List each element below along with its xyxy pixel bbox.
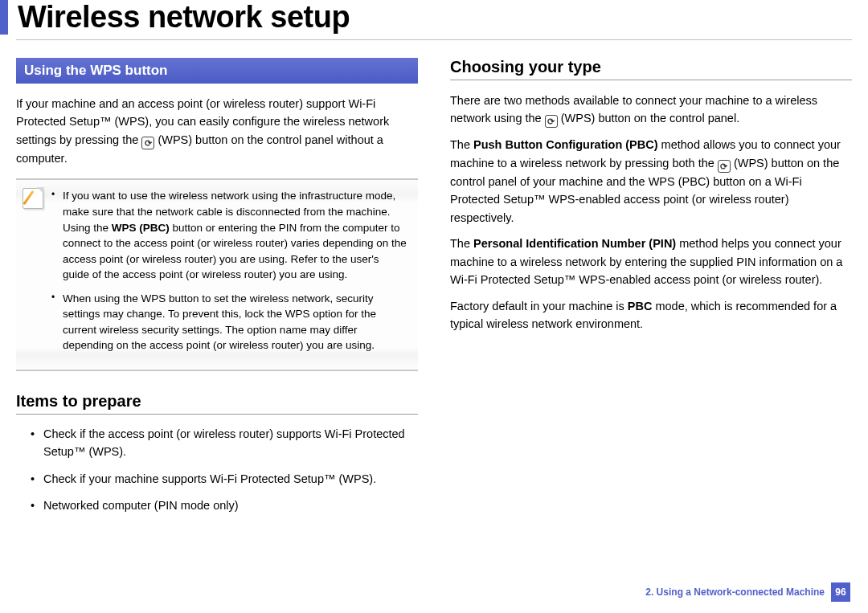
- note-bold: WPS (PBC): [112, 222, 170, 234]
- choosing-p3: The Personal Identification Number (PIN)…: [450, 235, 852, 288]
- section-heading-wps: Using the WPS button: [16, 58, 418, 84]
- list-item: Networked computer (PIN mode only): [31, 497, 418, 515]
- choosing-heading: Choosing your type: [450, 58, 852, 76]
- note-text: When using the WPS button to set the wir…: [63, 292, 376, 352]
- items-list: Check if the access point (or wireless r…: [16, 426, 418, 515]
- list-item: Check if the access point (or wireless r…: [31, 426, 418, 461]
- note-item: If you want to use the wireless network …: [51, 188, 408, 282]
- content-columns: Using the WPS button If your machine and…: [0, 58, 868, 525]
- p1-after: (WPS) button on the control panel.: [561, 112, 739, 125]
- note-icon: [23, 188, 43, 209]
- note-box: If you want to use the wireless network …: [16, 178, 418, 371]
- footer-chapter: 2. Using a Network-connected Machine: [645, 586, 825, 598]
- items-divider: [16, 414, 418, 415]
- title-bar: Wireless network setup: [0, 0, 868, 35]
- wps-icon: ⟳: [141, 137, 154, 149]
- footer: 2. Using a Network-connected Machine 96: [645, 582, 850, 602]
- p3-pre: The: [450, 237, 473, 250]
- choosing-divider: [450, 80, 852, 80]
- intro-paragraph: If your machine and an access point (or …: [16, 95, 418, 167]
- p2-pre: The: [450, 138, 473, 151]
- right-column: Choosing your type There are two methods…: [450, 58, 852, 525]
- wps-icon: ⟳: [718, 160, 731, 173]
- choosing-p4: Factory default in your machine is PBC m…: [450, 297, 852, 333]
- choosing-p2: The Push Button Configuration (PBC) meth…: [450, 136, 852, 227]
- note-list: If you want to use the wireless network …: [51, 188, 408, 362]
- title-divider: [16, 39, 852, 40]
- choosing-p1: There are two methods available to conne…: [450, 92, 852, 128]
- p2-bold: Push Button Configuration (PBC): [473, 138, 658, 151]
- wps-icon: ⟳: [545, 115, 558, 128]
- p3-bold: Personal Identification Number (PIN): [473, 237, 676, 250]
- left-column: Using the WPS button If your machine and…: [16, 58, 418, 525]
- list-item: Check if your machine supports Wi-Fi Pro…: [31, 471, 418, 488]
- page-number-badge: 96: [831, 582, 850, 602]
- items-heading: Items to prepare: [16, 392, 418, 411]
- p4-bold: PBC: [628, 300, 653, 313]
- p4-pre: Factory default in your machine is: [450, 300, 628, 313]
- note-item: When using the WPS button to set the wir…: [51, 291, 408, 353]
- page-title: Wireless network setup: [18, 0, 868, 35]
